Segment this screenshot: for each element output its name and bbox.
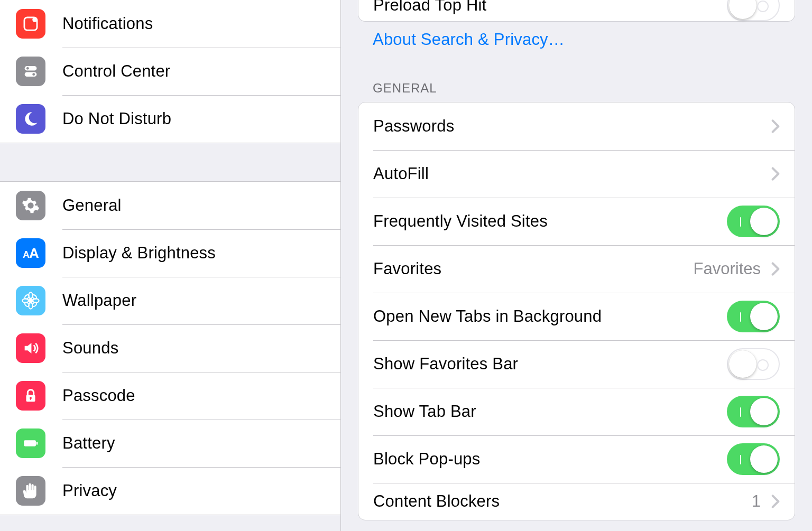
sidebar-item-display-brightness[interactable]: AA Display & Brightness: [0, 229, 340, 277]
sidebar-item-passcode[interactable]: Passcode: [0, 372, 340, 420]
toggle-show-tab-bar[interactable]: [727, 396, 780, 427]
sidebar-item-label: Do Not Disturb: [62, 109, 171, 128]
toggle-preload-top-hit[interactable]: [727, 0, 780, 21]
row-label: Show Favorites Bar: [373, 355, 727, 374]
lock-icon: [16, 381, 45, 411]
section-header-general: GENERAL: [341, 54, 812, 102]
sidebar-item-label: Control Center: [62, 62, 170, 81]
aa-icon: AA: [16, 238, 45, 268]
control-center-icon: [16, 57, 45, 86]
row-block-pop-ups[interactable]: Block Pop-ups: [358, 435, 795, 483]
row-preload-top-hit: Preload Top Hit: [358, 0, 795, 21]
sidebar-group-1: Notifications Control Center Do Not Dist…: [0, 0, 340, 143]
row-label: Show Tab Bar: [373, 402, 727, 421]
sidebar-item-battery[interactable]: Battery: [0, 420, 340, 467]
sidebar-item-label: Sounds: [62, 339, 118, 358]
row-label: Open New Tabs in Background: [373, 307, 727, 326]
battery-icon: [16, 428, 45, 458]
row-frequently-visited-sites[interactable]: Frequently Visited Sites: [358, 198, 795, 245]
settings-sidebar: Notifications Control Center Do Not Dist…: [0, 0, 341, 531]
row-content-blockers[interactable]: Content Blockers1: [358, 483, 795, 520]
sidebar-item-label: Display & Brightness: [62, 244, 216, 263]
chevron-right-icon: [771, 262, 780, 276]
row-label: Frequently Visited Sites: [373, 212, 727, 231]
sidebar-item-label: Wallpaper: [62, 291, 136, 310]
chevron-right-icon: [771, 119, 780, 134]
row-label: Preload Top Hit: [373, 0, 727, 15]
row-show-tab-bar[interactable]: Show Tab Bar: [358, 388, 795, 435]
hand-icon: [16, 476, 45, 506]
sidebar-item-general[interactable]: General: [0, 182, 340, 229]
gear-icon: [16, 191, 45, 220]
row-label: AutoFill: [373, 164, 767, 183]
speaker-icon: [16, 333, 45, 363]
chevron-right-icon: [771, 166, 780, 181]
sidebar-item-wallpaper[interactable]: Wallpaper: [0, 277, 340, 324]
sidebar-item-label: Notifications: [62, 14, 153, 33]
sidebar-group-2: General AA Display & Brightness Wallpape…: [0, 181, 340, 515]
row-label: Favorites: [373, 259, 694, 278]
row-favorites[interactable]: FavoritesFavorites: [358, 245, 795, 293]
row-label: Passwords: [373, 117, 767, 136]
toggle-block-pop-ups[interactable]: [727, 443, 780, 475]
sidebar-item-do-not-disturb[interactable]: Do Not Disturb: [0, 95, 340, 143]
row-autofill[interactable]: AutoFill: [358, 150, 795, 198]
about-search-privacy-link[interactable]: About Search & Privacy…: [341, 22, 812, 54]
sidebar-item-label: Battery: [62, 434, 115, 453]
sidebar-gap: [0, 143, 340, 181]
row-label: Content Blockers: [373, 492, 752, 511]
toggle-show-favorites-bar[interactable]: [727, 348, 780, 380]
row-show-favorites-bar[interactable]: Show Favorites Bar: [358, 340, 795, 388]
link-text: About Search & Privacy…: [373, 30, 565, 49]
sidebar-item-control-center[interactable]: Control Center: [0, 48, 340, 95]
sidebar-item-label: General: [62, 196, 122, 215]
toggle-frequently-visited-sites[interactable]: [727, 206, 780, 237]
chevron-right-icon: [771, 494, 780, 509]
row-value: Favorites: [694, 259, 761, 278]
toggle-open-new-tabs-in-background[interactable]: [727, 301, 780, 332]
sidebar-item-privacy[interactable]: Privacy: [0, 467, 340, 515]
general-card: PasswordsAutoFillFrequently Visited Site…: [358, 102, 795, 520]
sidebar-item-label: Passcode: [62, 386, 135, 405]
row-passwords[interactable]: Passwords: [358, 103, 795, 150]
moon-icon: [16, 104, 45, 134]
search-card: Preload Top Hit: [358, 0, 795, 22]
sidebar-item-notifications[interactable]: Notifications: [0, 0, 340, 48]
row-label: Block Pop-ups: [373, 450, 727, 469]
detail-pane: Preload Top Hit About Search & Privacy… …: [341, 0, 812, 531]
sidebar-item-label: Privacy: [62, 481, 117, 500]
row-open-new-tabs-in-background[interactable]: Open New Tabs in Background: [358, 293, 795, 340]
notifications-icon: [16, 9, 45, 39]
row-value: 1: [752, 492, 761, 511]
sidebar-item-sounds[interactable]: Sounds: [0, 324, 340, 372]
flower-icon: [16, 286, 45, 315]
